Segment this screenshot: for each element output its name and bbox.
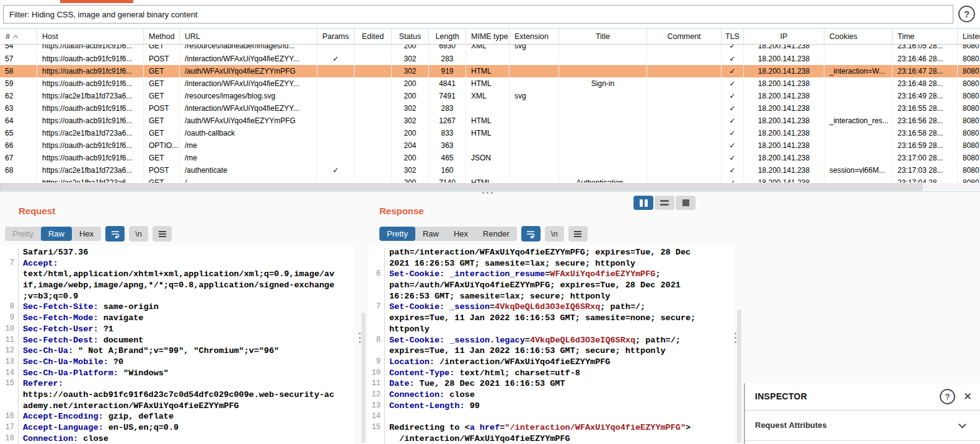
request-code-line: 14Sec-Ch-Ua-Platform: "Windows" [0, 368, 353, 379]
cell-status: 200 [392, 127, 429, 139]
filter-bar[interactable]: Filter: Hiding CSS, image and general bi… [3, 5, 953, 24]
cell-ext: svg [510, 45, 559, 52]
line-number [0, 280, 19, 291]
column-header-title[interactable]: Title [559, 28, 647, 45]
history-row-58[interactable]: 58https://oauth-acb91fc91f6...GET/auth/W… [0, 65, 980, 77]
request-tab-pretty[interactable]: Pretty [5, 227, 41, 241]
request-show-newlines-button[interactable]: \n [129, 226, 148, 242]
line-number: 18 [0, 433, 19, 444]
pane-splitter-handle[interactable] [482, 192, 493, 194]
response-code-line: path=/auth/WFAxUiYqo4fieEZYYmPFG; expire… [369, 280, 735, 291]
cell-comment [647, 127, 722, 139]
line-number [369, 280, 385, 291]
history-row-68[interactable]: 68https://ac2e1fba1fd723a6...POST/authen… [0, 164, 980, 176]
history-row-54[interactable]: 54https://oauth-acb91fc91f6...GET/resour… [0, 45, 980, 53]
cell-ip: 18.200.141.238 [744, 45, 824, 52]
cell-comment [647, 45, 722, 52]
response-tab-pretty[interactable]: Pretty [379, 227, 415, 241]
column-header-label: Method [149, 32, 175, 41]
column-header-edited[interactable]: Edited [355, 28, 392, 45]
line-number [0, 247, 19, 258]
history-row-67[interactable]: 67https://oauth-acb91fc91f6...GET/me2004… [0, 152, 980, 164]
request-code-line: https://oauth-acb91fc91f6d23c7c0d54dfc02… [0, 390, 353, 401]
column-header-length[interactable]: Length [429, 28, 466, 45]
line-number [0, 269, 19, 280]
layout-split-horizontal-button[interactable] [655, 196, 674, 210]
inspector-panel: INSPECTOR ? ✕ Request AttributesRequest … [744, 383, 980, 444]
table-horizontal-scrollbar[interactable] [0, 183, 980, 191]
cell-params [317, 45, 355, 52]
history-row-63[interactable]: 63https://oauth-acb91fc91f6...POST/inter… [0, 102, 980, 115]
message-editor-area: Request PrettyRawHex \n Safari/537.367Ac… [0, 191, 980, 444]
layout-single-button[interactable] [676, 196, 695, 210]
line-content: path=/auth/WFAxUiYqo4fieEZYYmPFG; expire… [385, 280, 681, 291]
line-number: 8 [0, 302, 19, 313]
cell-ext [510, 65, 559, 77]
history-row-64[interactable]: 64https://oauth-acb91fc91f6...GET/auth/W… [0, 115, 980, 127]
response-code-line: path=/interaction/WFAxUiYqo4fieEZYYmPFG;… [369, 247, 735, 258]
request-vertical-scrollbar[interactable] [361, 313, 366, 443]
history-row-65[interactable]: 65https://ac2e1fba1fd723a6...GET/oauth-c… [0, 127, 980, 139]
inspector-close-icon[interactable]: ✕ [963, 390, 972, 403]
column-header-listener-port[interactable]: Listener port [958, 28, 980, 45]
response-editor[interactable]: path=/interaction/WFAxUiYqo4fieEZYYmPFG;… [369, 246, 735, 444]
line-number [0, 401, 19, 412]
layout-split-vertical-button[interactable] [633, 196, 653, 210]
history-row-62[interactable]: 62https://ac2e1fba1fd723a6...GET/resourc… [0, 90, 980, 102]
line-content: Date: Tue, 28 Dec 2021 16:16:53 GMT [385, 378, 565, 390]
column-header-tls[interactable]: TLS [722, 28, 744, 45]
response-inspector-splitter-handle[interactable] [735, 333, 736, 343]
column-header-params[interactable]: Params [317, 28, 355, 45]
cell-mime: HTML [466, 127, 510, 139]
column-header-cookies[interactable]: Cookies [824, 28, 893, 45]
column-header-mime-type[interactable]: MIME type [466, 28, 510, 45]
response-vertical-scrollbar[interactable] [737, 310, 741, 443]
column-header-url[interactable]: URL [180, 28, 317, 45]
column-header-comment[interactable]: Comment [647, 28, 722, 45]
column-header-extension[interactable]: Extension [510, 28, 559, 45]
filter-help-icon[interactable]: ? [958, 6, 975, 22]
cell-edited [355, 65, 392, 77]
request-menu-button[interactable] [152, 226, 172, 242]
cell-length: 7140 [429, 176, 466, 183]
request-response-splitter-handle[interactable] [359, 333, 361, 343]
request-tab-hex[interactable]: Hex [72, 227, 101, 241]
cell-comment [647, 65, 722, 77]
line-number [369, 291, 385, 302]
cell-status: 302 [392, 164, 429, 176]
request-code-line: 17Accept-Language: en-US,en;q=0.9 [0, 422, 353, 433]
column-header-ip[interactable]: IP [744, 28, 824, 45]
cell-method: GET [144, 77, 180, 90]
inspector-help-icon[interactable]: ? [940, 389, 955, 404]
response-tab-render[interactable]: Render [475, 227, 517, 241]
response-word-wrap-button[interactable] [521, 226, 541, 242]
inspector-section-request-attributes[interactable]: Request Attributes [745, 411, 980, 441]
request-editor[interactable]: Safari/537.367Accept:text/html,applicati… [0, 246, 353, 444]
line-content: https://oauth-acb91fc91f6d23c7c0d54dfc02… [19, 390, 334, 401]
cell-host: https://ac2e1fba1fd723a6... [37, 127, 144, 139]
response-menu-button[interactable] [568, 226, 588, 242]
column-header-method[interactable]: Method [144, 28, 180, 45]
history-row-57[interactable]: 57https://oauth-acb91fc91f6...POST/inter… [0, 53, 980, 65]
cell-ext [510, 115, 559, 127]
request-word-wrap-button[interactable] [105, 226, 125, 242]
history-row-59[interactable]: 59https://oauth-acb91fc91f6...GET/intera… [0, 77, 980, 90]
line-number: 15 [369, 422, 385, 433]
inspector-section-request-cookies-1[interactable]: Request Cookies (1) [745, 441, 980, 444]
table-horizontal-scrollbar-thumb[interactable] [0, 183, 922, 191]
response-tab-hex[interactable]: Hex [446, 227, 475, 241]
history-row-66[interactable]: 66https://oauth-acb91fc91f6...OPTIO.../m… [0, 139, 980, 152]
cell-cookies: session=vl66M... [824, 164, 893, 176]
column-header-time[interactable]: Time [893, 28, 958, 45]
column-header-status[interactable]: Status [392, 28, 429, 45]
request-code-line: 11Sec-Fetch-Dest: document [0, 335, 353, 346]
column-header-index[interactable]: # [0, 28, 37, 45]
column-header-host[interactable]: Host [37, 28, 144, 45]
cell-method: GET [144, 152, 180, 164]
table-header-row: #HostMethodURLParamsEditedStatusLengthMI… [0, 28, 980, 45]
column-header-label: Title [596, 32, 610, 41]
history-row[interactable]: https://ac2e1fba1fd723a6...GET/2007140HT… [0, 176, 980, 183]
request-tab-raw[interactable]: Raw [41, 227, 72, 241]
response-show-newlines-button[interactable]: \n [545, 226, 564, 242]
response-tab-raw[interactable]: Raw [415, 227, 446, 241]
